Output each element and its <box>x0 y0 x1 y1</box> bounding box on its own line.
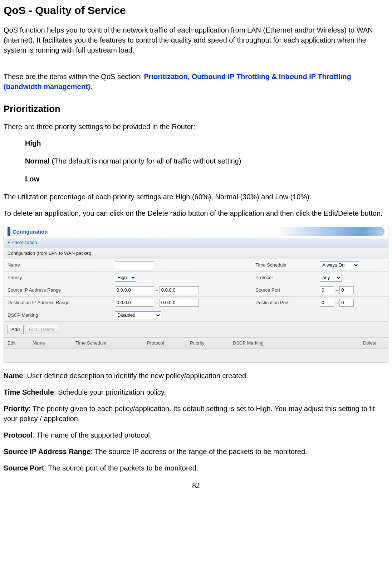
def-priority: Priority: The priority given to each pol… <box>4 404 388 424</box>
def-protocol: Protocol: The name of the supported prot… <box>4 430 388 440</box>
section-label: Configuration (from LAN to WAN packet) <box>4 248 388 259</box>
source-ip-from-input[interactable] <box>115 286 154 294</box>
label-protocol: Protocol <box>252 271 316 284</box>
def-proto-t: : The name of the supported protocol. <box>33 431 152 439</box>
dscp-select[interactable]: Disabled <box>115 311 161 319</box>
priority-low: Low <box>25 174 388 184</box>
header-accent-bar <box>8 227 10 236</box>
col-name: Name <box>29 337 72 348</box>
def-name-b: Name <box>4 372 23 380</box>
label-source-ip: Source IP Address Range <box>4 284 111 296</box>
protocol-select[interactable]: any <box>320 274 342 282</box>
delete-note: To delete an application, you can click … <box>4 208 388 218</box>
caret-down-icon: ▾ <box>8 239 10 246</box>
def-prio-t: : The priority given to each policy/appl… <box>4 405 375 423</box>
priority-high: High <box>25 138 388 148</box>
def-sport-b: Source Port <box>4 464 44 472</box>
col-priority: Priority <box>186 337 229 348</box>
col-edit: Edit <box>4 337 29 348</box>
priority-normal: Normal (The default is normal priority f… <box>25 156 388 166</box>
source-port-to-input[interactable] <box>339 286 354 294</box>
tilde-separator: ~ <box>335 287 338 293</box>
button-row: Add Edit / Delete <box>4 322 388 337</box>
dest-ip-to-input[interactable] <box>160 299 199 307</box>
col-protocol: Protocol <box>143 337 186 348</box>
def-source-ip: Source IP Address Range: The source IP a… <box>4 447 388 457</box>
config-form-table: Name Time Schedule Always On Priority Hi… <box>4 259 388 322</box>
def-name-t: : User defined description to identify t… <box>23 372 248 380</box>
dest-ip-from-input[interactable] <box>115 299 154 307</box>
dest-port-from-input[interactable] <box>320 299 334 307</box>
label-dest-ip: Destination IP Address Range <box>4 296 111 309</box>
label-priority: Priority <box>4 271 111 284</box>
def-time-t: : Schedule your prioritization policy. <box>54 388 166 396</box>
col-dscp: DSCP Marking <box>229 337 359 348</box>
rules-empty-row <box>4 349 388 362</box>
items-lead: These are the items within the QoS secti… <box>4 73 144 81</box>
header-swoosh-graphic <box>277 227 384 236</box>
def-time-b: Time Schedule <box>4 388 54 396</box>
rules-header-row: Edit Name Time Schedule Protocol Priorit… <box>4 337 388 348</box>
config-screenshot-panel: Configuration ▾Prioritization Configurat… <box>4 225 388 362</box>
col-time: Time Schedule <box>72 337 143 348</box>
def-prio-b: Priority <box>4 405 29 413</box>
page-number: 82 <box>4 480 388 491</box>
page-title: QoS - Quality of Service <box>4 3 388 18</box>
def-time: Time Schedule: Schedule your prioritizat… <box>4 387 388 397</box>
sub-band-label: Prioritization <box>11 240 37 245</box>
sub-band: ▾Prioritization <box>4 238 388 247</box>
def-proto-b: Protocol <box>4 431 33 439</box>
add-button[interactable]: Add <box>8 325 24 334</box>
source-ip-to-input[interactable] <box>160 286 199 294</box>
items-paragraph: These are the items within the QoS secti… <box>4 72 388 92</box>
label-dscp: DSCP Marking <box>4 309 111 321</box>
three-priorities-lead: There are three priority settings to be … <box>4 122 388 132</box>
edit-delete-button[interactable]: Edit / Delete <box>25 325 58 334</box>
label-name: Name <box>4 259 111 272</box>
priority-normal-bold: Normal <box>25 157 50 165</box>
source-port-from-input[interactable] <box>320 286 334 294</box>
tilde-separator: ~ <box>335 300 338 305</box>
label-source-port: Source Port <box>252 284 316 296</box>
dest-port-to-input[interactable] <box>339 299 354 307</box>
intro-paragraph: QoS function helps you to control the ne… <box>4 25 388 55</box>
def-name: Name: User defined description to identi… <box>4 371 388 381</box>
rules-table: Edit Name Time Schedule Protocol Priorit… <box>4 337 388 362</box>
name-input[interactable] <box>115 261 154 269</box>
label-dest-port: Destination Port <box>252 296 316 309</box>
header-configuration-label: Configuration <box>13 228 48 235</box>
def-sip-b: Source IP Address Range <box>4 448 90 455</box>
def-sport-t: : The source port of the packets to be m… <box>44 464 198 472</box>
utilization-paragraph: The utilization percentage of each prior… <box>4 192 388 202</box>
tilde-separator: ~ <box>156 287 158 293</box>
panel-header: Configuration <box>4 225 388 238</box>
time-schedule-select[interactable]: Always On <box>320 261 359 269</box>
priority-normal-rest: (The default is normal priority for all … <box>50 157 241 165</box>
def-source-port: Source Port: The source port of the pack… <box>4 463 388 473</box>
prioritization-heading: Prioritization <box>4 102 388 115</box>
tilde-separator: ~ <box>156 300 158 305</box>
col-delete: Delete <box>359 337 388 348</box>
priority-select[interactable]: High <box>115 274 136 282</box>
def-sip-t: : The source IP address or the range of … <box>90 448 307 455</box>
label-time-schedule: Time Schedule <box>252 259 316 272</box>
